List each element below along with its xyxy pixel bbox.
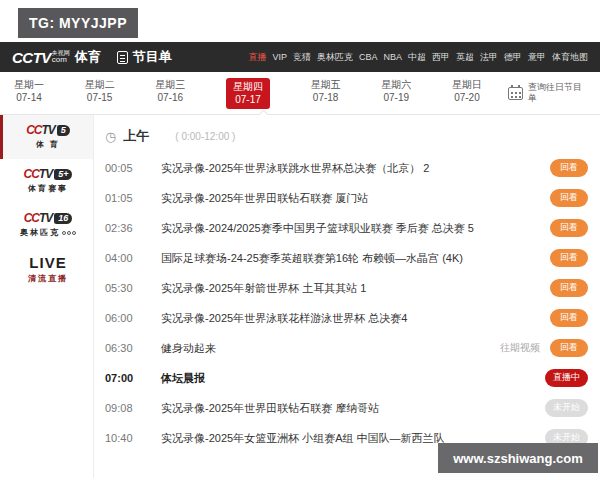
nav-item-seriea[interactable]: 意甲 xyxy=(528,51,546,64)
section-label: 上午 xyxy=(123,127,149,145)
live-badge[interactable]: 直播中 xyxy=(545,369,588,387)
nav-item-laliga[interactable]: 西甲 xyxy=(432,51,450,64)
program-title: 实况录像-2024/2025赛季中国男子篮球职业联赛 季后赛 总决赛 5 xyxy=(149,221,550,236)
cctv5-logo: CC xyxy=(26,124,41,136)
olympic-rings-icon xyxy=(62,231,76,235)
sidebar-item-cctv5plus[interactable]: CCTV 5+ 体育赛事 xyxy=(0,159,93,203)
program-time: 02:36 xyxy=(105,222,149,234)
nav-item-guess[interactable]: 竞猜 xyxy=(293,51,311,64)
program-time: 04:00 xyxy=(105,252,149,264)
schedule-content: ◷ 上午 ( 0:00-12:00 ) 00:05 实况录像-2025年世界泳联… xyxy=(94,115,600,478)
program-title: 实况录像-2025年世界田联钻石联赛 厦门站 xyxy=(149,191,550,206)
top-nav: 直播 VIP 竞猜 奥林匹克 CBA NBA 中超 西甲 英超 法甲 德甲 意甲… xyxy=(248,51,588,64)
replay-badge[interactable]: 回看 xyxy=(550,159,588,177)
nav-item-sports-map[interactable]: 体育地图 xyxy=(552,51,588,64)
nav-item-nba[interactable]: NBA xyxy=(383,52,402,62)
sidebar-item-cctv5[interactable]: CCTV 5 体 育 xyxy=(0,115,93,159)
nav-item-epl[interactable]: 英超 xyxy=(456,51,474,64)
program-time: 06:30 xyxy=(105,342,149,354)
program-title: 国际足球赛场-24-25赛季英超联赛第16轮 布赖顿—水晶宫 (4K) xyxy=(149,251,550,266)
replay-badge[interactable]: 回看 xyxy=(550,339,588,357)
table-row: 00:05 实况录像-2025年世界泳联跳水世界杯总决赛（北京） 2 回看 xyxy=(105,153,588,183)
cctv5-label: 体 育 xyxy=(36,139,60,150)
program-title: 实况录像-2025年世界田联钻石联赛 摩纳哥站 xyxy=(149,401,545,416)
replay-badge[interactable]: 回看 xyxy=(550,249,588,267)
nav-item-cba[interactable]: CBA xyxy=(359,52,378,62)
program-time: 00:05 xyxy=(105,162,149,174)
schedule-list-icon xyxy=(117,51,128,64)
replay-badge[interactable]: 回看 xyxy=(550,279,588,297)
main-area: CCTV 5 体 育 CCTV 5+ 体育赛事 CCTV 16 奥林匹克 xyxy=(0,115,600,478)
table-row-current: 07:00 体坛晨报 直播中 xyxy=(105,363,588,393)
nav-item-ligue1[interactable]: 法甲 xyxy=(480,51,498,64)
cctv16-logo: CC xyxy=(24,212,39,224)
date-tab-wed[interactable]: 星期三 07-16 xyxy=(155,78,185,109)
top-header-bar: CCTV 央视网 com 体育 节目单 直播 VIP 竞猜 奥林匹克 CBA N… xyxy=(0,42,600,72)
cctv-logo-section: 体育 xyxy=(75,48,101,66)
cctv5plus-number-badge: 5+ xyxy=(54,169,72,180)
date-tab-mon[interactable]: 星期一 07-14 xyxy=(14,78,44,109)
sidebar-item-cctv16[interactable]: CCTV 16 奥林匹克 xyxy=(0,203,93,247)
table-row: 04:00 国际足球赛场-24-25赛季英超联赛第16轮 布赖顿—水晶宫 (4K… xyxy=(105,243,588,273)
table-row: 06:30 健身动起来 往期视频 回看 xyxy=(105,333,588,363)
program-title: 实况录像-2025年射箭世界杯 土耳其其站 1 xyxy=(149,281,550,296)
past-video-note[interactable]: 往期视频 xyxy=(500,341,540,355)
live-label: 清流直播 xyxy=(28,273,68,284)
sidebar-item-live-stream[interactable]: LIVE 清流直播 xyxy=(0,247,93,291)
not-started-badge: 未开始 xyxy=(545,399,588,417)
program-title: 实况录像-2025年世界泳联跳水世界杯总决赛（北京） 2 xyxy=(149,161,550,176)
section-time-range: ( 0:00-12:00 ) xyxy=(175,131,235,142)
cctv-logo-text: CCTV xyxy=(12,49,51,66)
table-row: 05:30 实况录像-2025年射箭世界杯 土耳其其站 1 回看 xyxy=(105,273,588,303)
watermark-top-badge: TG: MYYJJPP xyxy=(18,8,138,38)
cctv16-label: 奥林匹克 xyxy=(20,228,60,237)
cctv16-number-badge: 16 xyxy=(54,213,72,224)
program-time: 09:08 xyxy=(105,402,149,414)
page-title-group: 节目单 xyxy=(117,48,172,66)
date-tabs: 星期一 07-14 星期二 07-15 星期三 07-16 星期四 07-17 … xyxy=(14,78,482,109)
date-tab-fri[interactable]: 星期五 07-18 xyxy=(311,78,341,109)
program-time: 07:00 xyxy=(105,372,149,384)
cctv-logo-domain: com xyxy=(52,56,70,64)
date-tab-thu-selected[interactable]: 星期四 07-17 xyxy=(226,78,270,109)
query-past-schedule-button[interactable]: 查询往日节目单 xyxy=(508,82,586,105)
program-schedule-page: TG: MYYJJPP www.szshiwang.com CCTV 央视网 c… xyxy=(0,0,600,480)
program-time: 01:05 xyxy=(105,192,149,204)
date-tab-sun[interactable]: 星期日 07-20 xyxy=(452,78,482,109)
cctv5plus-logo: CC xyxy=(24,168,39,180)
nav-item-olympics[interactable]: 奥林匹克 xyxy=(317,51,353,64)
nav-item-live[interactable]: 直播 xyxy=(248,51,266,64)
page-title: 节目单 xyxy=(133,48,172,66)
program-time: 06:00 xyxy=(105,312,149,324)
channel-sidebar: CCTV 5 体 育 CCTV 5+ 体育赛事 CCTV 16 奥林匹克 xyxy=(0,115,94,478)
program-time: 05:30 xyxy=(105,282,149,294)
program-time: 10:40 xyxy=(105,432,149,444)
date-tab-tue[interactable]: 星期二 07-15 xyxy=(85,78,115,109)
replay-badge[interactable]: 回看 xyxy=(550,309,588,327)
program-title: 健身动起来 xyxy=(149,341,500,356)
nav-item-bundesliga[interactable]: 德甲 xyxy=(504,51,522,64)
live-logo: LIVE xyxy=(29,255,66,270)
section-header-morning: ◷ 上午 ( 0:00-12:00 ) xyxy=(105,123,588,149)
cctv-logo[interactable]: CCTV 央视网 com 体育 xyxy=(12,48,101,66)
table-row: 09:08 实况录像-2025年世界田联钻石联赛 摩纳哥站 未开始 xyxy=(105,393,588,423)
replay-badge[interactable]: 回看 xyxy=(550,189,588,207)
replay-badge[interactable]: 回看 xyxy=(550,219,588,237)
nav-item-vip[interactable]: VIP xyxy=(272,52,287,62)
query-past-schedule-label: 查询往日节目单 xyxy=(528,82,586,105)
table-row: 02:36 实况录像-2024/2025赛季中国男子篮球职业联赛 季后赛 总决赛… xyxy=(105,213,588,243)
clock-icon: ◷ xyxy=(105,130,116,143)
nav-item-csl[interactable]: 中超 xyxy=(408,51,426,64)
program-title: 体坛晨报 xyxy=(149,371,545,386)
cctv5-number-badge: 5 xyxy=(57,125,70,136)
calendar-icon xyxy=(508,87,523,100)
cctv5plus-label: 体育赛事 xyxy=(28,183,68,194)
table-row: 06:00 实况录像-2025年世界泳联花样游泳世界杯 总决赛4 回看 xyxy=(105,303,588,333)
date-tab-sat[interactable]: 星期六 07-19 xyxy=(381,78,411,109)
date-tab-bar: 星期一 07-14 星期二 07-15 星期三 07-16 星期四 07-17 … xyxy=(0,72,600,115)
table-row: 01:05 实况录像-2025年世界田联钻石联赛 厦门站 回看 xyxy=(105,183,588,213)
watermark-bottom-badge: www.szshiwang.com xyxy=(438,443,598,473)
program-title: 实况录像-2025年世界泳联花样游泳世界杯 总决赛4 xyxy=(149,311,550,326)
